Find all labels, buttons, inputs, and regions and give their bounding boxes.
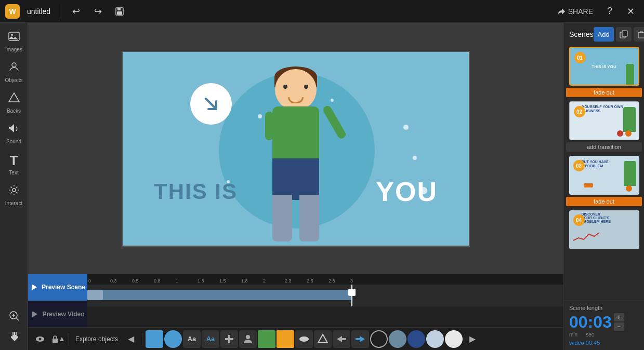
sidebar-item-objects[interactable]: Objects (1, 58, 27, 86)
obj-circle-navy[interactable] (408, 330, 425, 348)
scene-mini-char-02 (623, 107, 636, 132)
backs-label: Backs (7, 108, 21, 114)
obj-shape1[interactable] (220, 330, 238, 348)
undo-button[interactable]: ↩ (68, 3, 84, 20)
decoration-dot (420, 187, 427, 194)
help-button[interactable]: ? (601, 3, 618, 20)
obj-avatar[interactable] (239, 330, 257, 348)
scene-transition-01[interactable]: fade out (566, 88, 642, 97)
scene-item-04[interactable]: 04 DISCOVERYOUR CLIENT'SPROBLEM HERE (564, 208, 644, 251)
toolbar-arrow-right[interactable]: ▶ (465, 331, 480, 347)
character (259, 69, 332, 246)
save-button[interactable] (111, 3, 128, 20)
eye-button[interactable] (32, 331, 48, 347)
scene-item-03[interactable]: 03 BUT YOU HAVEA PROBLEM fade out (564, 154, 644, 208)
ruler-mark: 1.5 (219, 278, 241, 284)
svg-point-23 (299, 336, 309, 342)
scene-time-display: 00:03 (569, 314, 612, 330)
time-decrease-button[interactable]: − (614, 322, 624, 331)
share-button[interactable]: SHARE (554, 5, 597, 18)
ruler-mark: 2.3 (285, 278, 307, 284)
time-increase-button[interactable]: + (614, 313, 624, 321)
obj-circle-dark[interactable] (389, 330, 406, 348)
sidebar-item-interact[interactable]: Interact (1, 181, 27, 209)
delete-scene-button[interactable] (634, 27, 644, 42)
obj-text-aa2[interactable]: Aa (202, 330, 219, 348)
canvas-area[interactable]: THIS IS YOU (28, 23, 563, 274)
scene-gear-02 (625, 130, 632, 137)
scene-thumb-03: 03 BUT YOU HAVEA PROBLEM (569, 156, 639, 195)
timeline-main[interactable]: 0 0.3 0.5 0.8 1 1.3 1.5 1.8 2 2.3 2.5 2.… (87, 274, 563, 327)
svg-marker-24 (318, 334, 327, 343)
preview-video-label: Preview Video (42, 311, 84, 318)
scene-mini-char-03 (624, 161, 636, 186)
timeline-track (87, 285, 563, 306)
wideo-length: wideo 00:45 (569, 340, 639, 346)
obj-shape3[interactable] (277, 330, 294, 348)
close-button[interactable]: ✕ (622, 3, 639, 20)
ruler-mark: 0 (88, 278, 110, 284)
obj-shape5[interactable] (314, 330, 332, 348)
svg-rect-15 (32, 312, 33, 317)
char-smile (288, 97, 304, 103)
redo-button[interactable]: ↪ (89, 3, 106, 20)
sidebar-item-images[interactable]: Images (1, 27, 27, 56)
obj-text-aa1[interactable]: Aa (183, 330, 201, 348)
objects-icon (8, 61, 20, 76)
toolbar-arrow-left[interactable]: ◀ (123, 331, 139, 347)
add-scene-button[interactable]: Add (594, 27, 614, 42)
scene-length-time: 00:03 + − (569, 313, 639, 331)
app-logo: W (5, 4, 20, 19)
obj-color-blue[interactable] (146, 330, 163, 348)
obj-circle-light[interactable] (426, 330, 444, 348)
hand-tool-button[interactable] (1, 327, 27, 346)
obj-arrow2[interactable] (351, 330, 369, 348)
obj-shape4[interactable] (295, 330, 313, 348)
lock-button[interactable] (50, 331, 65, 347)
scene-text-02: YOURSELF YOUR OWNBUSINESS (582, 105, 623, 114)
share-label: SHARE (568, 7, 593, 16)
svg-point-5 (12, 63, 16, 67)
images-label: Images (5, 47, 22, 52)
obj-circle-outline[interactable] (370, 330, 388, 348)
timeline-playhead[interactable] (351, 285, 352, 306)
svg-marker-26 (356, 336, 365, 342)
zoom-button[interactable] (1, 306, 27, 325)
add-transition-02[interactable]: add transition (566, 142, 642, 152)
obj-circle-blue[interactable] (164, 330, 182, 348)
sec-label: sec (586, 332, 594, 338)
scene-time-minutes: 00 (569, 313, 588, 331)
canvas-frame: THIS IS YOU (122, 51, 470, 247)
scene-text-this-is: THIS IS (154, 179, 238, 204)
ruler-mark: 0.8 (154, 278, 176, 284)
playhead-handle (348, 289, 356, 296)
svg-rect-29 (638, 33, 644, 38)
topbar-separator (59, 4, 59, 19)
images-icon (8, 30, 20, 46)
svg-marker-19 (60, 337, 64, 341)
obj-arrow1[interactable] (333, 330, 350, 348)
preview-video-button[interactable]: Preview Video (28, 301, 87, 328)
app-title: untitled (27, 7, 50, 16)
char-eye-left (283, 85, 287, 89)
scene-item-02[interactable]: 02 YOURSELF YOUR OWNBUSINESS add transit… (564, 99, 644, 154)
preview-timeline-section: Preview Scene Preview Video 0 0.3 0.5 0.… (28, 274, 563, 327)
svg-rect-18 (52, 339, 58, 343)
svg-line-9 (16, 318, 19, 320)
explore-label: Explore objects (75, 335, 118, 343)
scenes-header: Scenes Add (564, 23, 644, 45)
obj-circle-white[interactable] (445, 330, 463, 348)
preview-scene-button[interactable]: Preview Scene (28, 274, 87, 301)
topbar: W untitled ↩ ↪ SHARE ? ✕ (0, 0, 644, 23)
sidebar-item-text[interactable]: T Text (1, 150, 27, 179)
scene-item-01[interactable]: 01 THIS IS YOU fade out (564, 45, 644, 99)
sidebar-item-backs[interactable]: Backs (1, 88, 27, 117)
obj-shape2[interactable] (258, 330, 275, 348)
preview-buttons: Preview Scene Preview Video (28, 274, 87, 327)
scene-number-03: 03 (573, 160, 585, 171)
scene-mini-char (626, 64, 634, 85)
scene-transition-03[interactable]: fade out (566, 197, 642, 206)
scene-text-04: DISCOVERYOUR CLIENT'SPROBLEM HERE (582, 212, 611, 223)
sidebar-item-sound[interactable]: Sound (1, 119, 27, 147)
duplicate-scene-button[interactable] (616, 27, 632, 42)
